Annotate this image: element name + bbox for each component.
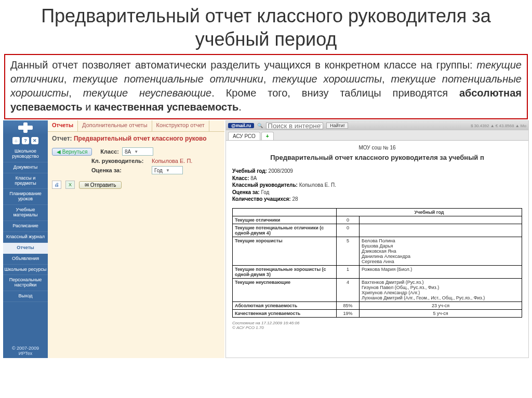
school-name: МОУ сош № 16	[232, 145, 522, 150]
report-table: Учебный год Текущие отличники0 Текущие п…	[232, 208, 522, 318]
find-button[interactable]: Найти!	[326, 122, 348, 129]
sidebar-item-reports[interactable]: Отчеты	[3, 243, 48, 254]
left-screenshot: ⌂ ? ✕ Школьное руководство Документы Кла…	[3, 120, 224, 358]
teacher-label: Кл. руководитель:	[91, 158, 149, 164]
table-row: Текущие хорошисты5Белова Полина Бушова Д…	[233, 237, 522, 265]
right-screenshot: @mail.ru 🔍 Найти! $ 30.4392 ▲ € 43.8568 …	[225, 120, 529, 358]
browser-tab[interactable]: АСУ РСО	[228, 132, 260, 140]
sidebar-item-materials[interactable]: Учебные материалы	[3, 205, 48, 221]
doc-footer: Состояние на 17.12.2009 16:46:06 © АСУ Р…	[232, 321, 522, 330]
table-row: Текущие потенциальные отличники (с одной…	[233, 224, 522, 237]
sidebar-item-planning[interactable]: Планирование уроков	[3, 189, 48, 205]
sidebar-item-docs[interactable]: Документы	[3, 162, 48, 173]
tab-extra-reports[interactable]: Дополнительные отчеты	[78, 120, 152, 131]
report-name: Предварительный отчет классного руково	[74, 135, 207, 142]
sidebar-item-announce[interactable]: Объявления	[3, 254, 48, 265]
sidebar-item-journal[interactable]: Классный журнал	[3, 232, 48, 243]
currency-ticker: $ 30.4392 ▲ € 43.8568 ▲ Мо	[471, 123, 526, 128]
print-icon[interactable]: 🖨	[52, 181, 61, 189]
table-row: Текущие потенциальные хорошисты (с одной…	[233, 265, 522, 278]
sidebar-quick-icons: ⌂ ? ✕	[3, 135, 48, 146]
sidebar-logo	[3, 120, 48, 135]
doc-title: Предварительный отчет классного руководи…	[232, 154, 522, 161]
browser-tabs: АСУ РСО +	[226, 130, 528, 141]
teacher-value: Копылова Е. П.	[152, 158, 192, 164]
sidebar-item-exit[interactable]: Выход	[3, 291, 48, 302]
chevron-down-icon: ▼	[166, 168, 170, 173]
screenshots-row: ⌂ ? ✕ Школьное руководство Документы Кла…	[0, 120, 532, 358]
slide-title: Предварительный отчет классного руководи…	[0, 0, 532, 53]
sidebar-item-schedule[interactable]: Расписание	[3, 221, 48, 232]
mail-logo[interactable]: @mail.ru	[228, 123, 254, 128]
description-box: Данный отчет позволяет автоматически раз…	[4, 54, 528, 119]
back-button[interactable]: ◀ Вернуться	[52, 148, 92, 156]
table-row: Текущие отличники0	[233, 216, 522, 224]
grade-select[interactable]: Год▼	[152, 166, 183, 174]
sidebar-footer: © 2007-2009 ИРТех	[3, 344, 48, 358]
summary-row: Абсолютная успеваемость85%23 уч-ся	[233, 301, 522, 309]
home-icon[interactable]: ⌂	[12, 137, 20, 144]
search-input[interactable]	[266, 122, 323, 129]
sidebar-item-resources[interactable]: Школьные ресурсы	[3, 265, 48, 276]
new-tab-button[interactable]: +	[261, 132, 274, 140]
close-icon[interactable]: ✕	[31, 137, 38, 144]
class-select[interactable]: 8А▼	[122, 147, 153, 156]
summary-row: Качественная успеваемость19%5 уч-ся	[233, 309, 522, 317]
report-document: МОУ сош № 16 Предварительный отчет класс…	[226, 141, 528, 358]
send-button[interactable]: ✉ Отправить	[79, 181, 122, 189]
browser-toolbar: @mail.ru 🔍 Найти! $ 30.4392 ▲ € 43.8568 …	[226, 121, 528, 130]
svg-rect-1	[23, 122, 28, 133]
excel-icon[interactable]: X	[65, 181, 75, 189]
tabstrip: Отчеты Дополнительные отчеты Конструктор…	[48, 120, 224, 132]
doc-meta: Учебный год: 2008/2009 Класс: 8А Классны…	[232, 168, 522, 203]
tab-constructor[interactable]: Конструктор отчет	[152, 120, 209, 131]
chevron-down-icon: ▼	[134, 149, 138, 154]
tab-reports[interactable]: Отчеты	[48, 120, 78, 131]
sidebar-item-classes[interactable]: Классы и предметы	[3, 173, 48, 189]
grade-label: Оценка за:	[91, 167, 149, 173]
search-icon: 🔍	[257, 123, 263, 128]
year-column: Учебный год	[337, 208, 522, 216]
report-header: Отчет: Предварительный отчет классного р…	[48, 132, 224, 145]
sidebar-item-settings[interactable]: Персональные настройки	[3, 275, 48, 291]
table-row: Текущие неуспевающие4Вахтенков Дмитрий (…	[233, 278, 522, 301]
sidebar: ⌂ ? ✕ Школьное руководство Документы Кла…	[3, 120, 48, 358]
class-label: Класс:	[100, 148, 119, 155]
sidebar-item-admin[interactable]: Школьное руководство	[3, 146, 48, 162]
action-row: 🖨 X ✉ Отправить	[48, 179, 224, 191]
filters: ◀ Вернуться Класс: 8А▼ Кл. руководитель:…	[48, 145, 224, 179]
help-icon[interactable]: ?	[22, 137, 29, 144]
content-area: Отчеты Дополнительные отчеты Конструктор…	[48, 120, 224, 358]
